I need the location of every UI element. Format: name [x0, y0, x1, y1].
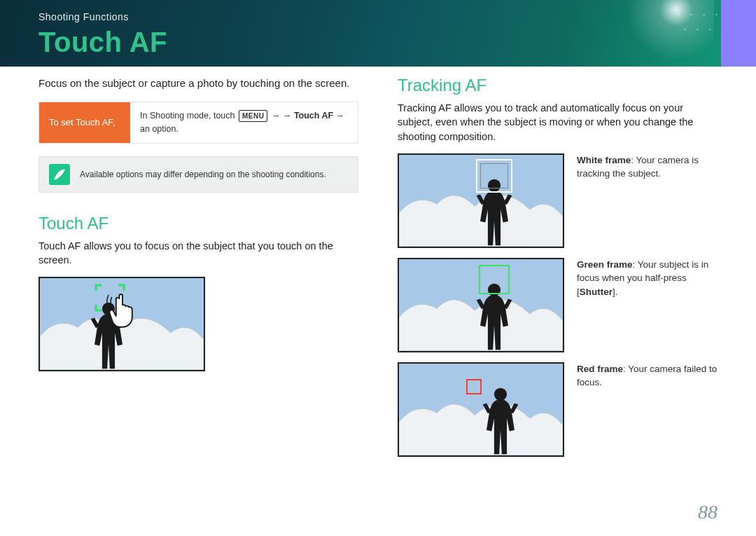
red-frame-row: Red frame: Your camera failed to focus. — [398, 362, 718, 457]
instruction-box: To set Touch AF, In Shooting mode, touch… — [38, 102, 358, 144]
content-area: Focus on the subject or capture a photo … — [38, 76, 718, 515]
instr-prefix: In Shooting mode, touch — [140, 111, 237, 121]
green-frame-caption: Green frame: Your subject is in focus wh… — [577, 258, 718, 352]
header-dots: · · · · · · · — [677, 7, 721, 36]
instr-bold: Touch AF — [294, 111, 333, 121]
touch-af-illustration — [38, 277, 205, 371]
tracking-af-heading: Tracking AF — [398, 76, 718, 95]
menu-key: MENU — [239, 110, 267, 122]
svg-point-3 — [494, 388, 507, 401]
white-frame-illustration — [398, 153, 564, 248]
instr-arrow2: → — [336, 111, 345, 121]
white-frame-row: White frame: Your camera is tracking the… — [398, 153, 718, 248]
touch-af-body: Touch AF allows you to focus on the subj… — [38, 239, 358, 268]
chapter-tab — [721, 0, 756, 67]
note-box: Available options may differ depending o… — [38, 156, 358, 193]
green-frame-label: Green frame — [577, 259, 633, 270]
note-icon — [49, 164, 70, 185]
white-frame-caption: White frame: Your camera is tracking the… — [577, 153, 718, 248]
left-column: Focus on the subject or capture a photo … — [38, 76, 378, 515]
green-frame-row: Green frame: Your subject is in focus wh… — [398, 258, 718, 352]
red-frame-illustration — [398, 362, 564, 457]
instr-suffix: an option. — [140, 124, 178, 134]
touch-af-heading: Touch AF — [38, 214, 358, 233]
instr-arrow1: → → — [272, 111, 294, 121]
white-frame-label: White frame — [577, 155, 631, 165]
red-frame-caption: Red frame: Your camera failed to focus. — [577, 362, 718, 457]
tracking-af-body: Tracking AF allows you to track and auto… — [398, 101, 718, 144]
instruction-label: To set Touch AF, — [39, 102, 130, 143]
page-header: · · · · · · · Shooting Functions Touch A… — [0, 0, 756, 67]
touch-hand-icon — [106, 291, 139, 330]
instruction-body: In Shooting mode, touch MENU → → Touch A… — [130, 102, 358, 143]
page-number: 88 — [698, 501, 718, 523]
red-frame-label: Red frame — [577, 364, 623, 374]
green-frame-illustration — [398, 258, 564, 352]
shutter-key: Shutter — [580, 287, 612, 297]
intro-text: Focus on the subject or capture a photo … — [38, 76, 358, 90]
right-column: Tracking AF Tracking AF allows you to tr… — [378, 76, 718, 515]
page-title: Touch AF — [38, 27, 167, 58]
green-frame-text2: ]. — [612, 287, 618, 297]
section-label: Shooting Functions — [38, 11, 129, 22]
note-text: Available options may differ depending o… — [80, 170, 326, 179]
